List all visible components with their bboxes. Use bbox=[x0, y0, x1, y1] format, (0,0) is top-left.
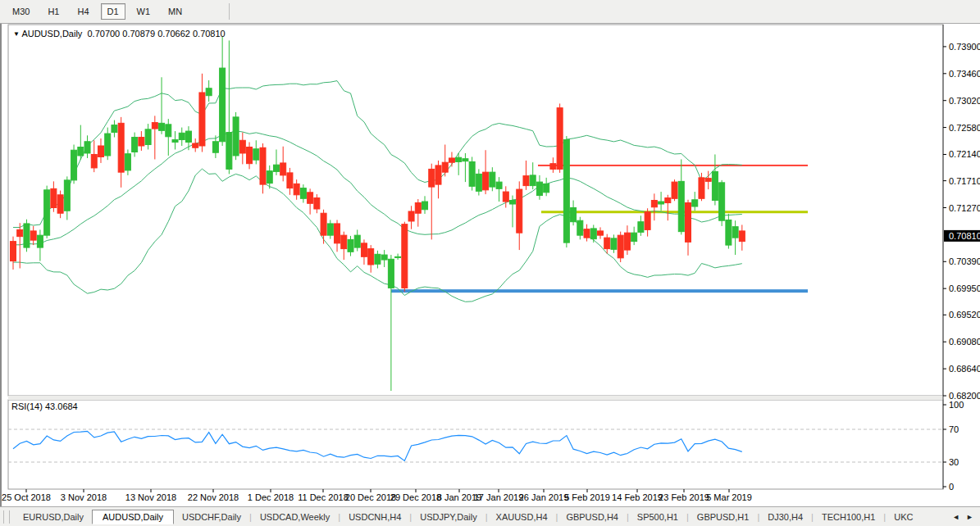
rsi-indicator-label: RSI(14) 43.0684 bbox=[11, 401, 78, 411]
ohlc-low: 0.70662 bbox=[157, 29, 190, 39]
candle-body-bull bbox=[463, 159, 468, 161]
candle-body-bear bbox=[308, 193, 313, 203]
candle-body-bull bbox=[145, 129, 151, 145]
y-axis-label: 0.73460 bbox=[949, 69, 980, 79]
candle-body-bull bbox=[659, 202, 664, 204]
candle-body-bear bbox=[335, 224, 340, 243]
candle-body-bull bbox=[456, 157, 462, 161]
mt4-window: M30H1H4D1W1MN 0.739000.734600.730200.725… bbox=[0, 0, 980, 526]
chart-title: ▼ AUDUSD,Daily 0.70700 0.70879 0.70662 0… bbox=[13, 29, 226, 39]
x-axis-label: 1 Dec 2018 bbox=[248, 492, 294, 502]
x-axis-label: 22 Nov 2018 bbox=[188, 492, 239, 502]
candle-body-bull bbox=[571, 208, 577, 222]
y-axis-label: 0.73020 bbox=[949, 96, 980, 106]
timeframe-button-w1[interactable]: W1 bbox=[130, 3, 157, 20]
x-axis-label: 23 Feb 2019 bbox=[659, 492, 709, 502]
price-chart[interactable]: 0.739000.734600.730200.725800.721400.717… bbox=[2, 24, 980, 506]
candle-body-bull bbox=[719, 183, 725, 220]
x-axis-label: 5 Feb 2019 bbox=[564, 492, 610, 502]
candle-body-bear bbox=[429, 169, 435, 187]
timeframe-button-h4[interactable]: H4 bbox=[71, 3, 95, 20]
candle-body-bear bbox=[550, 164, 556, 170]
candle-body-bear bbox=[321, 213, 326, 235]
candle-body-bear bbox=[705, 179, 711, 182]
x-axis-label: 11 Dec 2018 bbox=[298, 492, 349, 502]
candle-body-bull bbox=[212, 142, 218, 152]
candle-body-bear bbox=[672, 182, 677, 198]
candle-body-bear bbox=[247, 147, 253, 164]
candle-body-bull bbox=[37, 235, 43, 247]
trend-hline-1[interactable] bbox=[541, 211, 808, 213]
rsi-axis-label: 70 bbox=[949, 424, 959, 434]
timeframe-button-mn[interactable]: MN bbox=[162, 3, 189, 20]
x-axis-label: 20 Dec 2018 bbox=[345, 492, 396, 502]
timeframe-button-h1[interactable]: H1 bbox=[41, 3, 66, 20]
symbol-tab-eurusd-daily[interactable]: EURUSD,Daily bbox=[15, 510, 92, 524]
candle-body-bear bbox=[139, 138, 144, 146]
candle-body-bull bbox=[300, 188, 306, 199]
candle-body-bear bbox=[51, 188, 57, 207]
candle-body-bull bbox=[536, 182, 542, 195]
candle-body-bull bbox=[638, 222, 644, 233]
y-axis-label: 0.73900 bbox=[949, 42, 980, 52]
symbol-tab-usdjpy-daily[interactable]: USDJPY,Daily bbox=[412, 510, 485, 524]
candle-body-bear bbox=[30, 231, 36, 240]
symbol-tab-usdchf-daily[interactable]: USDCHF,Daily bbox=[174, 510, 249, 524]
symbol-tab-ukc[interactable]: UKC bbox=[886, 510, 921, 524]
candle-body-bear bbox=[699, 178, 704, 198]
candle-body-bull bbox=[678, 181, 684, 231]
candle-body-bear bbox=[618, 235, 623, 258]
candle-body-bull bbox=[732, 227, 738, 238]
tabbar-grip bbox=[3, 510, 10, 524]
candle-body-bear bbox=[598, 231, 604, 235]
symbol-tab-sp500-h1[interactable]: SP500,H1 bbox=[629, 510, 686, 524]
candle-body-bull bbox=[530, 175, 536, 186]
candle-body-bull bbox=[544, 184, 549, 192]
candle-body-bull bbox=[327, 224, 333, 235]
candle-body-bull bbox=[179, 133, 185, 139]
candle-body-bull bbox=[577, 220, 583, 235]
candle-body-bear bbox=[604, 238, 610, 248]
y-axis-label: 0.72140 bbox=[949, 149, 980, 159]
candle-body-bull bbox=[395, 256, 401, 257]
symbol-tab-audusd-daily[interactable]: AUDUSD,Daily bbox=[92, 510, 174, 524]
ohlc-open: 0.70700 bbox=[87, 29, 120, 39]
candle-body-bull bbox=[226, 133, 232, 170]
symbol-tab-gbpusd-h4[interactable]: GBPUSD,H4 bbox=[558, 510, 627, 524]
candle-body-bear bbox=[368, 249, 374, 265]
symbol-tab-gbpusd-h1[interactable]: GBPUSD,H1 bbox=[689, 510, 758, 524]
symbol-tab-xauusd-h4[interactable]: XAUUSD,H4 bbox=[488, 510, 556, 524]
candle-body-bull bbox=[375, 254, 381, 264]
x-axis-label: 26 Jan 2019 bbox=[519, 492, 569, 502]
candle-body-bear bbox=[665, 198, 671, 203]
x-axis-label: 13 Nov 2018 bbox=[125, 492, 176, 502]
candle-body-bull bbox=[71, 150, 77, 180]
pane-splitter[interactable] bbox=[8, 396, 943, 400]
timeframe-toolbar: M30H1H4D1W1MN bbox=[0, 0, 980, 24]
x-axis-label: 29 Dec 2018 bbox=[390, 492, 441, 502]
symbol-tab-dj30-h4[interactable]: DJ30,H4 bbox=[759, 510, 811, 524]
trend-hline-2[interactable] bbox=[391, 289, 808, 292]
candle-body-bear bbox=[517, 189, 522, 233]
candle-body-bear bbox=[280, 163, 286, 175]
candle-body-bull bbox=[510, 201, 516, 204]
tab-scroll-right-icon[interactable]: ► bbox=[966, 513, 973, 521]
symbol-tab-tech100-h1[interactable]: TECH100,H1 bbox=[814, 510, 883, 524]
x-axis-label: 3 Nov 2018 bbox=[61, 492, 107, 502]
candle-body-bull bbox=[726, 220, 732, 245]
candle-body-bull bbox=[172, 140, 178, 143]
chart-dropdown-icon[interactable]: ▼ bbox=[13, 30, 20, 38]
toolbar-separator bbox=[229, 3, 230, 20]
timeframe-button-m30[interactable]: M30 bbox=[6, 3, 36, 20]
candle-body-bear bbox=[449, 158, 454, 162]
symbol-tab-usdcnh-h4[interactable]: USDCNH,H4 bbox=[340, 510, 409, 524]
symbol-tab-usdcad-weekly[interactable]: USDCAD,Weekly bbox=[252, 510, 338, 524]
tab-scroll-left-icon[interactable]: ◄ bbox=[952, 513, 959, 521]
trend-hline-0[interactable] bbox=[538, 165, 808, 166]
timeframe-button-d1[interactable]: D1 bbox=[101, 3, 125, 20]
candle-body-bear bbox=[503, 192, 508, 202]
candle-body-bull bbox=[563, 140, 569, 243]
main-pane bbox=[8, 25, 943, 396]
candle-body-bull bbox=[132, 138, 138, 152]
candle-body-bear bbox=[98, 146, 103, 156]
